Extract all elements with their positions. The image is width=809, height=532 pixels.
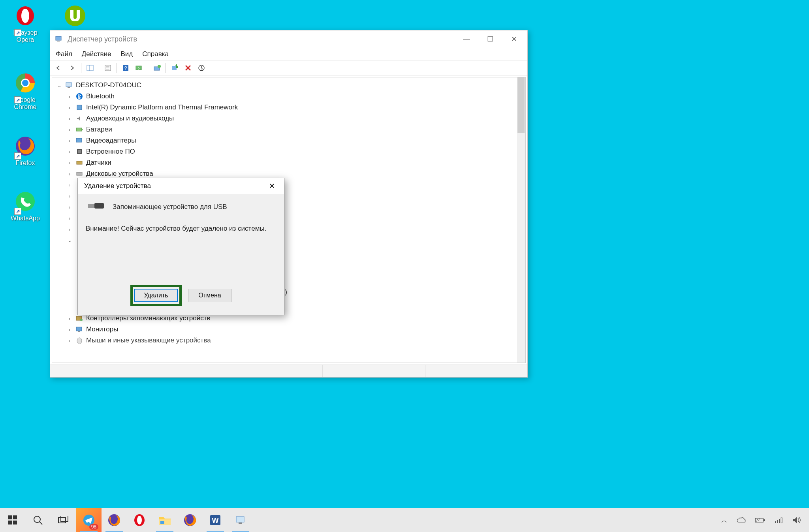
taskbar-opera[interactable] (127, 508, 152, 532)
svg-point-20 (158, 65, 161, 68)
svg-rect-26 (77, 105, 82, 110)
expand-icon[interactable]: › (66, 127, 73, 133)
close-button[interactable]: ✕ (502, 31, 526, 47)
taskbar-telegram[interactable]: 98 (76, 508, 102, 532)
taskbar-file-explorer[interactable] (152, 508, 177, 532)
tree-node-display[interactable]: › Видеоадаптеры (56, 135, 525, 146)
svg-rect-47 (8, 521, 12, 524)
taskbar-word[interactable]: W (203, 508, 228, 532)
tray-onedrive-icon[interactable] (736, 517, 746, 524)
scan-hardware-button[interactable] (196, 62, 207, 73)
tree-node-label: Мониторы (86, 325, 118, 333)
scrollbar-thumb[interactable] (517, 77, 525, 133)
svg-point-39 (80, 319, 83, 321)
svg-rect-23 (66, 83, 71, 86)
tray-battery-icon[interactable] (754, 517, 766, 523)
tray-network-icon[interactable] (774, 517, 784, 524)
tree-node-mice[interactable]: › Мыши и иные указывающие устройства (56, 335, 525, 346)
taskbar-firefox2[interactable] (177, 508, 203, 532)
tree-node-sensors[interactable]: › Датчики (56, 157, 525, 168)
vertical-scrollbar[interactable] (517, 77, 525, 363)
expand-icon[interactable]: › (66, 138, 73, 144)
desktop-icon-firefox[interactable]: ↗ Firefox (6, 134, 45, 167)
svg-line-50 (40, 522, 42, 524)
svg-rect-8 (56, 36, 61, 40)
expand-icon[interactable]: › (66, 316, 73, 321)
maximize-button[interactable]: ☐ (478, 31, 502, 47)
expand-icon[interactable]: › (66, 327, 73, 333)
collapse-icon[interactable]: ⌄ (56, 83, 62, 88)
tree-node-firmware[interactable]: › Встроенное ПО (56, 146, 525, 157)
menu-view[interactable]: Вид (121, 50, 133, 58)
back-button[interactable] (53, 62, 64, 73)
tree-node-battery[interactable]: › Батареи (56, 124, 525, 135)
desktop-icon-chrome[interactable]: ↗ Google Chrome (6, 71, 45, 111)
tree-node-bluetooth[interactable]: › Bluetooth (56, 91, 525, 102)
svg-rect-45 (8, 515, 12, 519)
help-button[interactable]: ? (120, 62, 131, 73)
dialog-close-button[interactable]: ✕ (263, 179, 281, 194)
taskbar[interactable]: 98 W ︿ (0, 508, 809, 532)
dialog-titlebar[interactable]: Удаление устройства ✕ (78, 178, 284, 194)
titlebar[interactable]: Диспетчер устройств — ☐ ✕ (50, 30, 527, 48)
storage-controller-icon (75, 314, 84, 322)
expand-icon[interactable]: › (66, 160, 73, 166)
update-driver-button[interactable] (151, 62, 162, 73)
expand-icon[interactable]: › (66, 182, 73, 188)
menu-help[interactable]: Справка (142, 50, 169, 58)
desktop-icon-whatsapp[interactable]: ↗ WhatsApp (6, 190, 45, 222)
svg-rect-62 (236, 517, 244, 522)
statusbar (50, 365, 527, 377)
svg-rect-48 (13, 521, 17, 524)
svg-rect-52 (61, 516, 68, 521)
svg-rect-27 (76, 128, 82, 131)
forward-button[interactable] (67, 62, 78, 73)
tree-node-monitors[interactable]: › Мониторы (56, 324, 525, 335)
task-view-button[interactable] (51, 508, 76, 532)
expand-icon[interactable]: › (66, 171, 73, 177)
tray-chevron-up-icon[interactable]: ︿ (721, 516, 728, 525)
svg-rect-9 (57, 41, 60, 41)
minimize-button[interactable]: — (455, 31, 478, 47)
expand-icon[interactable]: › (66, 149, 73, 155)
svg-point-49 (34, 516, 40, 523)
cancel-button[interactable]: Отмена (188, 289, 231, 302)
svg-text:?: ? (124, 65, 127, 71)
uninstall-confirm-button[interactable]: Удалить (134, 289, 178, 302)
tree-root-label: DESKTOP-DT04OUC (76, 81, 141, 89)
properties-button[interactable] (102, 62, 113, 73)
menu-file[interactable]: Файл (56, 50, 72, 58)
desktop-icon-opera[interactable]: ↗ Браузер Opera (6, 4, 45, 43)
tree-node-label: Батареи (86, 126, 112, 133)
uninstall-button[interactable] (182, 62, 194, 73)
svg-rect-67 (777, 520, 778, 523)
menu-action[interactable]: Действие (82, 50, 111, 58)
expand-icon[interactable]: › (66, 338, 73, 344)
tree-root[interactable]: ⌄ DESKTOP-DT04OUC (56, 80, 525, 91)
tree-node-label: Аудиовходы и аудиовыходы (86, 115, 174, 122)
tray-volume-icon[interactable] (792, 516, 802, 524)
svg-point-4 (22, 80, 28, 86)
search-button[interactable] (25, 508, 51, 532)
taskbar-firefox1[interactable] (102, 508, 127, 532)
svg-rect-66 (775, 521, 776, 523)
svg-rect-31 (78, 150, 81, 153)
svg-point-56 (137, 516, 142, 524)
expand-icon[interactable]: › (66, 105, 73, 111)
system-tray[interactable]: ︿ (714, 516, 809, 525)
desktop-icon-utorrent[interactable] (55, 4, 95, 29)
expand-icon[interactable]: › (66, 116, 73, 122)
display-adapter-icon (75, 137, 84, 145)
disk-icon (75, 170, 84, 178)
show-hide-button[interactable] (85, 62, 96, 73)
taskbar-device-manager[interactable] (228, 508, 253, 532)
svg-rect-63 (239, 523, 242, 524)
start-button[interactable] (0, 508, 25, 532)
tree-node-audio[interactable]: › Аудиовходы и аудиовыходы (56, 113, 525, 124)
disable-button[interactable] (169, 62, 180, 73)
svg-rect-68 (779, 519, 780, 523)
tree-node-intel[interactable]: › Intel(R) Dynamic Platform and Thermal … (56, 102, 525, 113)
scan-button[interactable] (134, 62, 145, 73)
collapse-icon[interactable]: ⌄ (66, 237, 73, 243)
expand-icon[interactable]: › (66, 94, 73, 100)
